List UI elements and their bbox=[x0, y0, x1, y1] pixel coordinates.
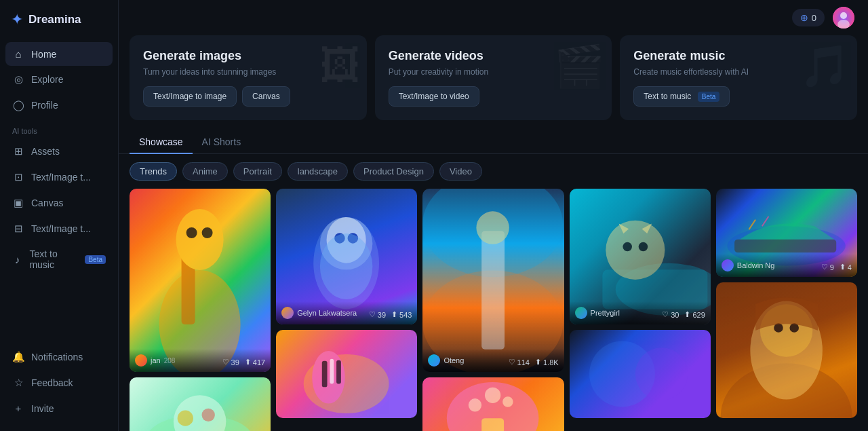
logo[interactable]: ✦ Dreamina bbox=[0, 0, 118, 42]
gallery-col-3: Oteng ♡ 114 ⬆ 1.8K bbox=[422, 189, 564, 431]
hero-subtitle: Turn your ideas into stunning images bbox=[143, 67, 353, 77]
sidebar-item-text-music[interactable]: ♪ Text to music Beta bbox=[5, 242, 113, 276]
gallery-item-anime[interactable]: Gelyn Lakwatsera ♡ 39 ⬆ 543 bbox=[276, 189, 417, 324]
sidebar-item-home[interactable]: ⌂ Home bbox=[5, 42, 113, 66]
profile-icon: ◯ bbox=[12, 99, 24, 111]
username: Oteng bbox=[443, 356, 464, 364]
sidebar-item-label: Invite bbox=[31, 403, 54, 414]
svg-rect-42 bbox=[734, 240, 836, 252]
stats: ♡ 9 ⬆ 4 bbox=[821, 263, 852, 271]
chip-portrait[interactable]: Portrait bbox=[233, 162, 282, 181]
svg-point-36 bbox=[638, 242, 648, 252]
hero-card-music: 🎵 Generate music Create music effortless… bbox=[620, 35, 857, 120]
hero-subtitle: Create music effortlessly with AI bbox=[633, 67, 844, 77]
svg-point-40 bbox=[635, 348, 687, 400]
gallery-col-5: Baldwin Ng ♡ 9 ⬆ 4 bbox=[716, 189, 857, 431]
svg-point-34 bbox=[606, 221, 665, 280]
hero-title: Generate images bbox=[143, 49, 353, 63]
hero-title: Generate music bbox=[633, 49, 844, 63]
text-image-to-video-button[interactable]: Text/Image to video bbox=[389, 86, 479, 107]
svg-point-7 bbox=[202, 227, 213, 238]
gallery-item-cat[interactable]: Prettygirl ♡ 30 ⬆ 629 bbox=[570, 189, 711, 324]
explore-icon: ◎ bbox=[12, 73, 24, 86]
text-image-icon: ⊡ bbox=[12, 171, 24, 183]
gallery-overlay: jan 208 ♡ 39 ⬆ 417 bbox=[130, 349, 271, 372]
sidebar-item-text-image-1[interactable]: ⊡ Text/Image t... bbox=[5, 165, 113, 189]
music-icon: ♪ bbox=[12, 254, 22, 265]
gallery-item-abstract[interactable] bbox=[570, 330, 711, 418]
chip-trends[interactable]: Trends bbox=[130, 162, 177, 181]
invite-icon: + bbox=[12, 402, 24, 414]
sidebar-item-label: Explore bbox=[31, 74, 63, 85]
svg-line-44 bbox=[762, 217, 769, 227]
svg-point-1 bbox=[840, 12, 847, 19]
gallery-item-food[interactable] bbox=[130, 377, 271, 431]
sidebar-item-label: Text/Image t... bbox=[31, 172, 91, 183]
stats: ♡ 114 ⬆ 1.8K bbox=[509, 358, 559, 367]
sidebar-item-profile[interactable]: ◯ Profile bbox=[5, 93, 113, 117]
hero-card-images: 🖼 Generate images Turn your ideas into s… bbox=[130, 35, 367, 120]
gallery-item-sneaker[interactable]: Baldwin Ng ♡ 9 ⬆ 4 bbox=[716, 189, 857, 277]
svg-line-43 bbox=[749, 220, 755, 230]
notifications-icon: 🔔 bbox=[12, 351, 24, 363]
hero-title: Generate videos bbox=[389, 49, 599, 63]
svg-rect-25 bbox=[482, 231, 505, 349]
svg-point-30 bbox=[503, 396, 513, 407]
sidebar-item-canvas[interactable]: ▣ Canvas bbox=[5, 191, 113, 215]
svg-point-26 bbox=[477, 211, 509, 244]
text-image-to-image-button[interactable]: Text/Image to image bbox=[143, 86, 237, 107]
text-to-music-button[interactable]: Text to music Beta bbox=[633, 86, 730, 107]
user-avatar[interactable] bbox=[833, 7, 854, 29]
sidebar-item-label: Assets bbox=[31, 146, 60, 157]
gallery-overlay: Baldwin Ng ♡ 9 ⬆ 4 bbox=[716, 254, 857, 277]
gallery-grid: jan 208 ♡ 39 ⬆ 417 bbox=[119, 189, 868, 431]
svg-rect-21 bbox=[330, 359, 334, 384]
hero-subtitle: Put your creativity in motion bbox=[389, 67, 599, 77]
sidebar-item-label: Notifications bbox=[31, 352, 83, 362]
gallery-item-mushroom[interactable] bbox=[422, 377, 564, 431]
sidebar-item-assets[interactable]: ⊞ Assets bbox=[5, 139, 113, 164]
svg-rect-20 bbox=[322, 361, 328, 388]
svg-rect-22 bbox=[336, 360, 341, 384]
hero-buttons: Text/Image to video bbox=[389, 86, 599, 107]
svg-point-29 bbox=[469, 398, 481, 411]
user-num: 208 bbox=[164, 357, 176, 364]
sidebar-item-explore[interactable]: ◎ Explore bbox=[5, 67, 113, 92]
svg-point-6 bbox=[186, 227, 197, 238]
likes: ♡ 39 bbox=[222, 358, 239, 367]
chip-landscape[interactable]: landscape bbox=[288, 162, 348, 181]
username: jan bbox=[151, 356, 161, 364]
gallery-overlay: Prettygirl ♡ 30 ⬆ 629 bbox=[570, 301, 711, 324]
sidebar-item-feedback[interactable]: ☆ Feedback bbox=[5, 371, 113, 395]
gallery-item-zebra[interactable] bbox=[276, 330, 417, 418]
svg-point-5 bbox=[176, 209, 224, 270]
hero-section: 🖼 Generate images Turn your ideas into s… bbox=[119, 35, 868, 128]
feedback-icon: ☆ bbox=[12, 377, 24, 389]
gallery-col-4: Prettygirl ♡ 30 ⬆ 629 bbox=[570, 189, 711, 431]
tab-showcase[interactable]: Showcase bbox=[130, 131, 193, 154]
user-info: Prettygirl bbox=[575, 307, 620, 319]
canvas-icon: ▣ bbox=[12, 197, 24, 209]
chip-product-design[interactable]: Product Design bbox=[353, 162, 434, 181]
sidebar-item-text-image-2[interactable]: ⊟ Text/Image t... bbox=[5, 217, 113, 241]
chip-anime[interactable]: Anime bbox=[182, 162, 228, 181]
logo-icon: ✦ bbox=[11, 11, 23, 29]
sidebar-item-notifications[interactable]: 🔔 Notifications bbox=[5, 345, 113, 369]
tabs: Showcase AI Shorts bbox=[119, 128, 868, 154]
sidebar-item-label: Canvas bbox=[31, 198, 63, 208]
sidebar-item-label: Profile bbox=[31, 100, 58, 111]
canvas-button[interactable]: Canvas bbox=[242, 86, 290, 107]
home-icon: ⌂ bbox=[12, 48, 24, 60]
gallery-item-portrait[interactable] bbox=[716, 282, 857, 418]
svg-point-10 bbox=[178, 411, 193, 426]
gallery-item-giraffe[interactable]: jan 208 ♡ 39 ⬆ 417 bbox=[130, 189, 271, 372]
views: ⬆ 417 bbox=[245, 358, 265, 367]
user-info: Gelyn Lakwatsera bbox=[281, 307, 357, 319]
sidebar-item-invite[interactable]: + Invite bbox=[5, 396, 113, 420]
sidebar-item-label: Text/Image t... bbox=[31, 223, 91, 234]
coin-icon: ⊕ bbox=[800, 12, 808, 23]
username: Gelyn Lakwatsera bbox=[297, 309, 357, 317]
tab-ai-shorts[interactable]: AI Shorts bbox=[193, 131, 251, 154]
gallery-item-woman[interactable]: Oteng ♡ 114 ⬆ 1.8K bbox=[422, 189, 564, 372]
chip-video[interactable]: Video bbox=[439, 162, 482, 181]
